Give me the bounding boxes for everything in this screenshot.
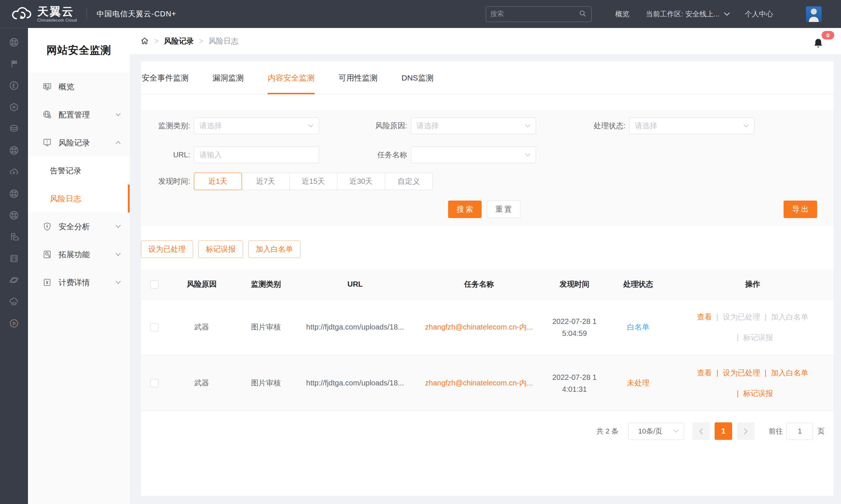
- row-checkbox[interactable]: [150, 379, 158, 387]
- sidebar: 网站安全监测 概览 配置管理 风险记录 告警记录 风险日志: [28, 28, 130, 504]
- brand-subtitle: Chinatelecom Cloud: [37, 18, 77, 22]
- chevron-down-icon: [116, 281, 121, 284]
- time-range-custom[interactable]: 自定义: [385, 173, 433, 190]
- next-page-button[interactable]: [737, 422, 755, 440]
- chevron-down-icon: [525, 153, 530, 157]
- tab-availability[interactable]: 可用性监测: [338, 62, 378, 94]
- user-avatar[interactable]: [806, 6, 822, 22]
- workspace-selector[interactable]: 当前工作区: 安全线上...: [646, 9, 730, 19]
- table-row: 武器 图片审核 http://fjdtga.com/uploads/18... …: [141, 355, 834, 411]
- search-button[interactable]: 搜索: [448, 201, 482, 218]
- product-title: 中国电信天翼云-CDN+: [97, 9, 176, 19]
- breadcrumb-separator: >: [154, 37, 159, 45]
- rail-cloud-storage-icon[interactable]: [0, 291, 28, 312]
- chevron-down-icon: [308, 124, 314, 127]
- table-row: 武器 图片审核 http://fjdtga.com/uploads/18... …: [141, 299, 834, 355]
- rail-grid-circle-icon[interactable]: [0, 183, 28, 204]
- row-actions: 查看 | 设为已处理 | 加入白名单 | 标记误报: [697, 312, 808, 343]
- action-add-whitelist-link[interactable]: 加入白名单: [771, 368, 808, 378]
- tab-security-events[interactable]: 安全事件监测: [142, 62, 189, 94]
- status-whitelist[interactable]: 白名单: [627, 322, 649, 332]
- bulk-actions: 设为已处理 标记误报 加入白名单: [141, 240, 834, 258]
- prev-page-button[interactable]: [692, 422, 710, 440]
- overview-monitor-icon: [42, 82, 52, 92]
- rail-grid-circle-icon[interactable]: [0, 139, 28, 161]
- col-task-name: 任务名称: [414, 270, 544, 299]
- action-set-handled-link[interactable]: 设为已处理: [723, 312, 760, 322]
- cell-url: http://fjdtga.com/uploads/18...: [296, 355, 414, 411]
- page-size-select[interactable]: 10条/页: [628, 423, 684, 440]
- category-select[interactable]: 请选择: [194, 117, 319, 134]
- bell-icon[interactable]: [813, 38, 824, 51]
- cell-monitor-type: 图片审核: [236, 299, 296, 355]
- rail-database-icon[interactable]: [0, 118, 28, 139]
- reason-select[interactable]: 请选择: [411, 117, 536, 134]
- action-separator: |: [716, 369, 718, 377]
- nav-personal-center[interactable]: 个人中心: [745, 9, 773, 19]
- sidebar-item-overview[interactable]: 概览: [28, 73, 130, 101]
- action-set-handled-link[interactable]: 设为已处理: [723, 368, 760, 378]
- action-add-whitelist-link[interactable]: 加入白名单: [771, 312, 808, 322]
- bulk-add-whitelist-button[interactable]: 加入白名单: [248, 240, 300, 258]
- sidebar-item-alert-records[interactable]: 告警记录: [28, 157, 130, 185]
- action-view-link[interactable]: 查看: [697, 312, 712, 322]
- sidebar-item-billing[interactable]: 计费详情: [28, 268, 130, 296]
- notification-bell[interactable]: 0: [811, 31, 834, 52]
- home-icon[interactable]: [140, 37, 149, 45]
- bulk-set-handled-button[interactable]: 设为已处理: [141, 240, 193, 258]
- action-mark-misreport-link[interactable]: 标记误报: [743, 388, 773, 399]
- rail-edge-e-icon[interactable]: [0, 75, 28, 96]
- rail-cabinet-icon[interactable]: [0, 248, 28, 269]
- task-select[interactable]: [411, 147, 536, 163]
- time-range-1d[interactable]: 近1天: [194, 173, 242, 190]
- export-button[interactable]: 导出: [784, 201, 817, 218]
- rail-planet-icon[interactable]: [0, 269, 28, 291]
- sidebar-item-config[interactable]: 配置管理: [28, 101, 130, 129]
- reset-button[interactable]: 重置: [487, 201, 520, 218]
- rail-doc-cloud-icon[interactable]: [0, 226, 28, 248]
- time-range-7d[interactable]: 近7天: [242, 173, 290, 190]
- sidebar-item-label: 安全分析: [59, 221, 90, 232]
- topbar-divider: [86, 8, 87, 20]
- tab-vulnerability[interactable]: 漏洞监测: [212, 62, 244, 94]
- cell-task-link[interactable]: zhangfzh@chinatelecom.cn-内...: [414, 355, 544, 411]
- col-url: URL: [296, 270, 414, 299]
- tab-content-security[interactable]: 内容安全监测: [268, 62, 315, 94]
- row-checkbox[interactable]: [150, 323, 158, 331]
- select-all-checkbox[interactable]: [150, 280, 158, 289]
- time-range-30d[interactable]: 近30天: [337, 173, 385, 190]
- sidebar-item-extensions[interactable]: 拓展功能: [28, 240, 130, 268]
- cell-url: http://fjdtga.com/uploads/18...: [296, 299, 414, 355]
- action-mark-misreport-link[interactable]: 标记误报: [743, 333, 773, 343]
- search-input[interactable]: [491, 10, 579, 18]
- sidebar-menu: 概览 配置管理 风险记录 告警记录 风险日志 安全分析: [28, 73, 130, 296]
- rail-flag-icon[interactable]: [0, 53, 28, 75]
- breadcrumb-risk-records[interactable]: 风险记录: [164, 36, 194, 46]
- tab-dns[interactable]: DNS监测: [401, 62, 434, 94]
- sidebar-item-risk-logs[interactable]: 风险日志: [28, 185, 130, 212]
- topbar-search[interactable]: [486, 6, 592, 22]
- breadcrumb-risk-logs: 风险日志: [208, 36, 238, 46]
- rail-cloud-lightning-icon[interactable]: [0, 161, 28, 183]
- nav-overview[interactable]: 概览: [615, 9, 630, 19]
- pagination-total: 共 2 条: [596, 426, 618, 436]
- brand[interactable]: 天翼云 Chinatelecom Cloud: [11, 6, 77, 23]
- action-view-link[interactable]: 查看: [697, 368, 712, 378]
- sidebar-item-risk-records[interactable]: 风险记录: [28, 129, 130, 157]
- time-range-15d[interactable]: 近15天: [289, 173, 337, 190]
- url-input-wrap[interactable]: [194, 147, 319, 163]
- rail-play-circle-icon[interactable]: [0, 312, 28, 334]
- rail-grid-circle-icon[interactable]: [0, 31, 28, 53]
- rail-grid-circle-icon[interactable]: [0, 204, 28, 226]
- rail-hex-nut-icon[interactable]: [0, 96, 28, 118]
- url-input[interactable]: [199, 151, 314, 159]
- status-select[interactable]: 请选择: [629, 117, 755, 134]
- page-number-current[interactable]: 1: [715, 422, 732, 440]
- search-icon[interactable]: [579, 9, 587, 19]
- brand-name: 天翼云: [37, 6, 77, 17]
- cell-task-link[interactable]: zhangfzh@chinatelecom.cn-内...: [414, 299, 544, 355]
- reason-placeholder: 请选择: [416, 121, 439, 131]
- sidebar-item-security-analysis[interactable]: 安全分析: [28, 212, 130, 240]
- bulk-mark-misreport-button[interactable]: 标记误报: [198, 240, 243, 258]
- goto-page-input[interactable]: [787, 423, 813, 440]
